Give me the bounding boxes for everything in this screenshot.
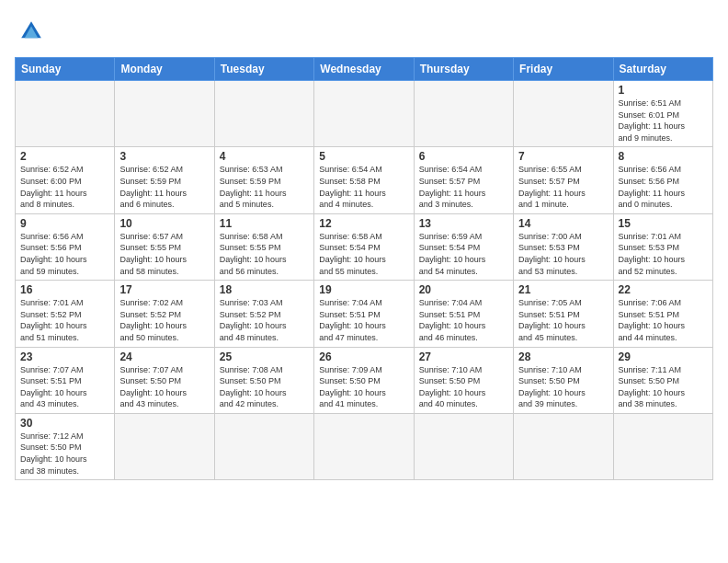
calendar-cell: 11Sunrise: 6:58 AM Sunset: 5:55 PM Dayli… (214, 213, 313, 280)
day-number: 24 (119, 350, 209, 363)
calendar-cell: 4Sunrise: 6:53 AM Sunset: 5:59 PM Daylig… (214, 147, 313, 213)
day-number: 30 (20, 417, 109, 430)
day-info: Sunrise: 6:52 AM Sunset: 5:59 PM Dayligh… (119, 164, 209, 210)
day-info: Sunrise: 6:55 AM Sunset: 5:57 PM Dayligh… (518, 164, 608, 210)
calendar-cell: 1Sunrise: 6:51 AM Sunset: 6:01 PM Daylig… (613, 81, 712, 147)
day-number: 22 (619, 283, 708, 296)
day-info: Sunrise: 7:06 AM Sunset: 5:51 PM Dayligh… (619, 297, 708, 343)
calendar-cell (314, 81, 414, 147)
calendar-cell: 19Sunrise: 7:04 AM Sunset: 5:51 PM Dayli… (314, 281, 414, 347)
calendar-cell: 13Sunrise: 6:59 AM Sunset: 5:54 PM Dayli… (414, 213, 513, 280)
day-info: Sunrise: 7:03 AM Sunset: 5:52 PM Dayligh… (220, 297, 309, 343)
calendar-cell (514, 413, 613, 479)
calendar-cell: 12Sunrise: 6:58 AM Sunset: 5:54 PM Dayli… (314, 213, 414, 280)
calendar-cell: 21Sunrise: 7:05 AM Sunset: 5:51 PM Dayli… (514, 281, 613, 347)
calendar-cell (214, 81, 313, 147)
day-info: Sunrise: 6:56 AM Sunset: 5:56 PM Dayligh… (20, 231, 109, 277)
logo (15, 15, 51, 48)
calendar-cell (115, 413, 214, 479)
day-info: Sunrise: 7:07 AM Sunset: 5:50 PM Dayligh… (119, 364, 209, 410)
day-number: 23 (20, 350, 109, 363)
calendar-cell: 6Sunrise: 6:54 AM Sunset: 5:57 PM Daylig… (414, 147, 513, 213)
day-number: 21 (518, 283, 608, 296)
calendar-row: 23Sunrise: 7:07 AM Sunset: 5:51 PM Dayli… (16, 347, 713, 413)
day-info: Sunrise: 7:07 AM Sunset: 5:51 PM Dayligh… (20, 364, 109, 410)
day-info: Sunrise: 7:05 AM Sunset: 5:51 PM Dayligh… (518, 297, 608, 343)
header (15, 15, 713, 48)
day-number: 11 (220, 217, 309, 230)
weekday-sunday: Sunday (16, 58, 115, 81)
calendar-cell: 24Sunrise: 7:07 AM Sunset: 5:50 PM Dayli… (115, 347, 214, 413)
day-info: Sunrise: 6:59 AM Sunset: 5:54 PM Dayligh… (419, 231, 508, 277)
calendar-cell (514, 81, 613, 147)
weekday-saturday: Saturday (613, 58, 712, 81)
calendar-cell (414, 81, 513, 147)
day-info: Sunrise: 6:52 AM Sunset: 6:00 PM Dayligh… (20, 164, 109, 210)
calendar-row: 1Sunrise: 6:51 AM Sunset: 6:01 PM Daylig… (16, 81, 713, 147)
day-info: Sunrise: 6:57 AM Sunset: 5:55 PM Dayligh… (119, 231, 209, 277)
logo-icon (15, 15, 48, 48)
day-info: Sunrise: 6:56 AM Sunset: 5:56 PM Dayligh… (619, 164, 708, 210)
weekday-monday: Monday (115, 58, 214, 81)
day-info: Sunrise: 6:54 AM Sunset: 5:58 PM Dayligh… (319, 164, 408, 210)
day-number: 20 (419, 283, 508, 296)
calendar-cell: 26Sunrise: 7:09 AM Sunset: 5:50 PM Dayli… (314, 347, 414, 413)
day-number: 28 (518, 350, 608, 363)
day-number: 26 (319, 350, 408, 363)
calendar-cell: 10Sunrise: 6:57 AM Sunset: 5:55 PM Dayli… (115, 213, 214, 280)
calendar-cell: 7Sunrise: 6:55 AM Sunset: 5:57 PM Daylig… (514, 147, 613, 213)
day-number: 13 (419, 217, 508, 230)
weekday-wednesday: Wednesday (314, 58, 414, 81)
day-number: 12 (319, 217, 408, 230)
calendar-cell: 28Sunrise: 7:10 AM Sunset: 5:50 PM Dayli… (514, 347, 613, 413)
weekday-tuesday: Tuesday (214, 58, 313, 81)
day-number: 29 (619, 350, 708, 363)
calendar-cell: 18Sunrise: 7:03 AM Sunset: 5:52 PM Dayli… (214, 281, 313, 347)
day-info: Sunrise: 7:09 AM Sunset: 5:50 PM Dayligh… (319, 364, 408, 410)
calendar-cell: 14Sunrise: 7:00 AM Sunset: 5:53 PM Dayli… (514, 213, 613, 280)
day-number: 17 (119, 283, 209, 296)
day-info: Sunrise: 6:51 AM Sunset: 6:01 PM Dayligh… (619, 98, 708, 144)
day-info: Sunrise: 7:08 AM Sunset: 5:50 PM Dayligh… (220, 364, 309, 410)
day-number: 3 (119, 150, 209, 163)
day-info: Sunrise: 7:02 AM Sunset: 5:52 PM Dayligh… (119, 297, 209, 343)
calendar-cell (613, 413, 712, 479)
calendar-row: 16Sunrise: 7:01 AM Sunset: 5:52 PM Dayli… (16, 281, 713, 347)
calendar-row: 30Sunrise: 7:12 AM Sunset: 5:50 PM Dayli… (16, 413, 713, 479)
page: SundayMondayTuesdayWednesdayThursdayFrid… (0, 0, 728, 488)
day-number: 15 (619, 217, 708, 230)
day-number: 10 (119, 217, 209, 230)
day-info: Sunrise: 6:54 AM Sunset: 5:57 PM Dayligh… (419, 164, 508, 210)
calendar-cell: 5Sunrise: 6:54 AM Sunset: 5:58 PM Daylig… (314, 147, 414, 213)
calendar-cell (414, 413, 513, 479)
day-number: 2 (20, 150, 109, 163)
day-info: Sunrise: 6:58 AM Sunset: 5:54 PM Dayligh… (319, 231, 408, 277)
day-number: 16 (20, 283, 109, 296)
day-number: 9 (20, 217, 109, 230)
day-number: 6 (419, 150, 508, 163)
day-info: Sunrise: 7:04 AM Sunset: 5:51 PM Dayligh… (319, 297, 408, 343)
calendar-cell: 25Sunrise: 7:08 AM Sunset: 5:50 PM Dayli… (214, 347, 313, 413)
calendar-cell: 27Sunrise: 7:10 AM Sunset: 5:50 PM Dayli… (414, 347, 513, 413)
day-number: 18 (220, 283, 309, 296)
calendar-cell: 3Sunrise: 6:52 AM Sunset: 5:59 PM Daylig… (115, 147, 214, 213)
day-number: 27 (419, 350, 508, 363)
calendar-cell: 9Sunrise: 6:56 AM Sunset: 5:56 PM Daylig… (16, 213, 115, 280)
calendar-cell: 2Sunrise: 6:52 AM Sunset: 6:00 PM Daylig… (16, 147, 115, 213)
day-info: Sunrise: 7:12 AM Sunset: 5:50 PM Dayligh… (20, 431, 109, 477)
day-number: 19 (319, 283, 408, 296)
calendar-cell: 16Sunrise: 7:01 AM Sunset: 5:52 PM Dayli… (16, 281, 115, 347)
calendar-cell: 23Sunrise: 7:07 AM Sunset: 5:51 PM Dayli… (16, 347, 115, 413)
day-number: 25 (220, 350, 309, 363)
day-info: Sunrise: 7:01 AM Sunset: 5:52 PM Dayligh… (20, 297, 109, 343)
day-number: 7 (518, 150, 608, 163)
calendar-cell (214, 413, 313, 479)
calendar-cell (314, 413, 414, 479)
calendar-cell: 22Sunrise: 7:06 AM Sunset: 5:51 PM Dayli… (613, 281, 712, 347)
day-info: Sunrise: 7:11 AM Sunset: 5:50 PM Dayligh… (619, 364, 708, 410)
day-info: Sunrise: 7:00 AM Sunset: 5:53 PM Dayligh… (518, 231, 608, 277)
day-info: Sunrise: 7:10 AM Sunset: 5:50 PM Dayligh… (419, 364, 508, 410)
day-info: Sunrise: 7:01 AM Sunset: 5:53 PM Dayligh… (619, 231, 708, 277)
calendar-cell (115, 81, 214, 147)
calendar-cell: 30Sunrise: 7:12 AM Sunset: 5:50 PM Dayli… (16, 413, 115, 479)
